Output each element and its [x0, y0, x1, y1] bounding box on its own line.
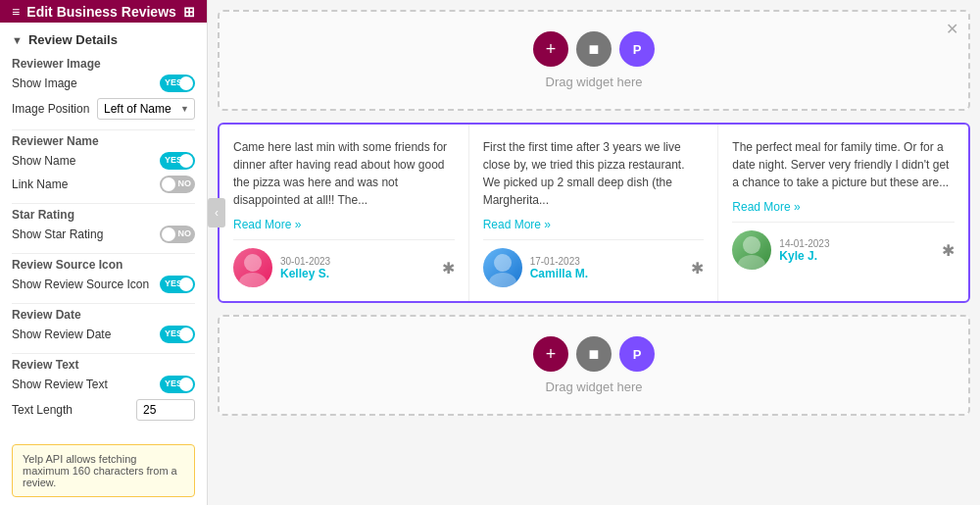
- review-card-1: First the first time after 3 years we li…: [469, 125, 719, 301]
- review-card-2: The perfect meal for family time. Or for…: [718, 125, 968, 301]
- drag-label-bottom: Drag widget here: [546, 379, 643, 394]
- reviewer-details-2: 14-01-2023 Kyle J.: [779, 238, 829, 263]
- avatar-svg-1: [483, 248, 522, 287]
- avatar-svg-2: [732, 230, 771, 270]
- show-star-toggle[interactable]: NO: [160, 226, 195, 243]
- read-more-1[interactable]: Read More »: [483, 218, 551, 231]
- hamburger-icon[interactable]: ≡: [12, 4, 20, 20]
- text-length-input[interactable]: [136, 399, 195, 421]
- reviewer-info-1: 17-01-2023 Camilla M.: [483, 248, 588, 287]
- field-group-reviewer-name: Reviewer Name Show Name YES Link Name NO: [12, 134, 195, 193]
- reviewer-date-0: 30-01-2023: [280, 256, 330, 267]
- show-star-row: Show Star Rating NO: [12, 226, 195, 243]
- link-name-row: Link Name NO: [12, 176, 195, 193]
- stop-widget-icon-bottom[interactable]: ■: [576, 336, 612, 372]
- image-position-label: Image Position: [12, 102, 89, 116]
- stop-widget-icon[interactable]: ■: [576, 31, 612, 67]
- svg-point-1: [239, 273, 267, 287]
- close-icon[interactable]: ✕: [946, 20, 958, 38]
- reviewer-name-1[interactable]: Camilla M.: [530, 267, 588, 280]
- show-icon-row: Show Review Source Icon YES: [12, 276, 195, 293]
- add-widget-icon[interactable]: +: [533, 31, 568, 67]
- reviewer-row-2: 14-01-2023 Kyle J. ✱: [732, 222, 955, 270]
- link-name-toggle[interactable]: NO: [160, 176, 195, 193]
- yelp-icon-1: ✱: [691, 259, 704, 278]
- chevron-icon: ▼: [12, 34, 23, 46]
- reviewer-details-1: 17-01-2023 Camilla M.: [530, 256, 588, 280]
- reviews-grid: Came here last min with some friends for…: [220, 125, 968, 301]
- field-group-review-source-icon: Review Source Icon Show Review Source Ic…: [12, 258, 195, 293]
- show-star-label: Show Star Rating: [12, 227, 103, 241]
- sidebar: ≡ Edit Business Reviews ⊞ ▼ Review Detai…: [0, 0, 208, 505]
- widget-icons-top: + ■ P: [533, 31, 655, 67]
- review-text-1: First the first time after 3 years we li…: [483, 138, 705, 209]
- show-text-label: Show Review Text: [12, 378, 108, 391]
- image-position-select-wrap: Left of Name Right of Name Above Name: [97, 98, 195, 120]
- show-image-label: Show Image: [12, 76, 77, 90]
- bottom-drag-zone: + ■ P Drag widget here: [218, 315, 970, 416]
- field-group-review-text: Review Text Show Review Text YES Text Le…: [12, 358, 195, 421]
- show-image-row: Show Image YES: [12, 75, 195, 92]
- main-content: ✕ + ■ P Drag widget here ‹ Came here las…: [208, 0, 980, 505]
- text-length-row: Text Length: [12, 399, 195, 421]
- svg-point-4: [743, 236, 760, 254]
- top-drag-zone: ✕ + ■ P Drag widget here: [218, 10, 970, 111]
- reviewer-info-2: 14-01-2023 Kyle J.: [732, 230, 829, 270]
- reviewer-details-0: 30-01-2023 Kelley S.: [280, 256, 330, 280]
- reviewer-date-2: 14-01-2023: [779, 238, 829, 249]
- reviewer-avatar-1: [483, 248, 522, 287]
- svg-point-0: [244, 254, 262, 272]
- reviewer-info-0: 30-01-2023 Kelley S.: [233, 248, 330, 287]
- drag-label-top: Drag widget here: [546, 75, 643, 89]
- warning-box: Yelp API allows fetching maximum 160 cha…: [12, 444, 195, 497]
- show-name-toggle[interactable]: YES: [160, 152, 195, 170]
- widget-icons-bottom: + ■ P: [533, 336, 655, 372]
- show-date-toggle[interactable]: YES: [160, 326, 195, 343]
- show-text-toggle[interactable]: YES: [160, 376, 195, 393]
- read-more-0[interactable]: Read More »: [233, 218, 301, 231]
- review-date-label: Review Date: [12, 308, 195, 322]
- review-text-0: Came here last min with some friends for…: [233, 138, 455, 209]
- reviewer-name-0[interactable]: Kelley S.: [280, 267, 330, 280]
- header-title: Edit Business Reviews: [26, 4, 176, 20]
- show-name-label: Show Name: [12, 154, 75, 168]
- read-more-2[interactable]: Read More »: [732, 200, 800, 214]
- brand-widget-icon-bottom[interactable]: P: [619, 336, 655, 372]
- collapse-arrow[interactable]: ‹: [208, 198, 225, 227]
- text-length-label: Text Length: [12, 403, 73, 417]
- svg-point-3: [489, 273, 516, 287]
- show-icon-toggle[interactable]: YES: [160, 276, 195, 293]
- grid-icon[interactable]: ⊞: [183, 4, 195, 20]
- review-text-label: Review Text: [12, 358, 195, 372]
- svg-point-5: [738, 255, 765, 270]
- show-text-row: Show Review Text YES: [12, 376, 195, 393]
- reviews-wrapper: ‹ Came here last min with some friends f…: [218, 123, 970, 303]
- reviewer-name-label: Reviewer Name: [12, 134, 195, 148]
- yelp-icon-2: ✱: [942, 241, 955, 260]
- show-icon-label: Show Review Source Icon: [12, 278, 149, 291]
- show-date-label: Show Review Date: [12, 328, 111, 341]
- field-group-star-rating: Star Rating Show Star Rating NO: [12, 208, 195, 243]
- field-group-review-date: Review Date Show Review Date YES: [12, 308, 195, 343]
- review-source-icon-label: Review Source Icon: [12, 258, 195, 272]
- add-widget-icon-bottom[interactable]: +: [533, 336, 568, 372]
- show-image-toggle[interactable]: YES: [160, 75, 195, 92]
- review-card-0: Came here last min with some friends for…: [220, 125, 469, 301]
- image-position-select[interactable]: Left of Name Right of Name Above Name: [97, 98, 195, 120]
- show-name-row: Show Name YES: [12, 152, 195, 170]
- sidebar-section-review-details: ▼ Review Details Reviewer Image Show Ima…: [0, 23, 207, 436]
- reviewer-row-1: 17-01-2023 Camilla M. ✱: [483, 239, 705, 287]
- link-name-label: Link Name: [12, 177, 68, 191]
- star-rating-label: Star Rating: [12, 208, 195, 222]
- show-date-row: Show Review Date YES: [12, 326, 195, 343]
- yelp-icon-0: ✱: [442, 259, 455, 278]
- section-title-review-details[interactable]: ▼ Review Details: [12, 32, 195, 47]
- reviewer-avatar-0: [233, 248, 272, 287]
- reviewer-name-2[interactable]: Kyle J.: [779, 249, 829, 263]
- review-text-2: The perfect meal for family time. Or for…: [732, 138, 955, 191]
- avatar-svg-0: [233, 248, 272, 287]
- image-position-row: Image Position Left of Name Right of Nam…: [12, 98, 195, 120]
- reviewer-row-0: 30-01-2023 Kelley S. ✱: [233, 239, 455, 287]
- brand-widget-icon[interactable]: P: [619, 31, 655, 67]
- field-group-reviewer-image: Reviewer Image Show Image YES Image Posi…: [12, 57, 195, 120]
